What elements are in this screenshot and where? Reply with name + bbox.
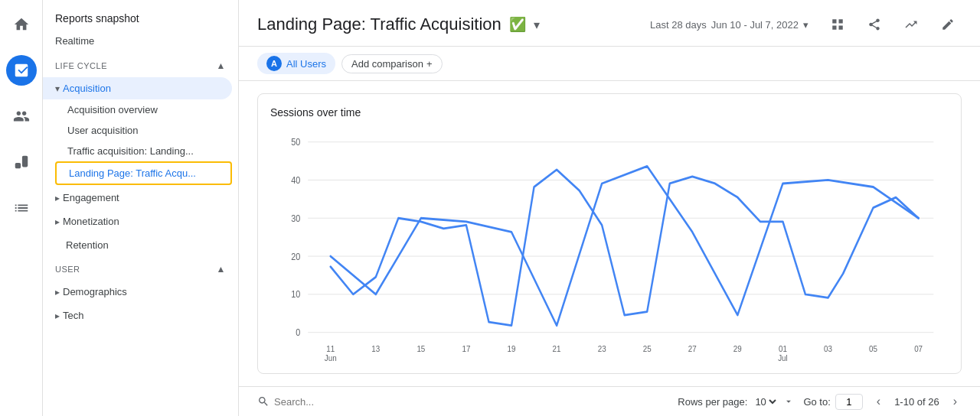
svg-text:0: 0: [296, 327, 300, 338]
engagement-header[interactable]: ▸ Engagement: [43, 187, 238, 209]
acquisition-overview-item[interactable]: Acquisition overview: [55, 99, 232, 120]
rows-per-page-label: Rows per page:: [678, 396, 747, 408]
main-header: Landing Page: Traffic Acquisition ✅ ▾ La…: [239, 0, 980, 47]
monetization-chevron: ▸: [55, 216, 60, 227]
svg-text:50: 50: [291, 136, 301, 147]
lifecycle-chevron: ▲: [217, 60, 226, 71]
bottom-bar: Rows per page: 10 25 50 Go to: ‹ 1-10 of…: [239, 386, 980, 416]
all-users-chip[interactable]: A All Users: [257, 53, 335, 74]
acquisition-chevron: ▾: [55, 83, 60, 94]
realtime-label: Realtime: [55, 35, 94, 47]
svg-text:21: 21: [553, 343, 561, 353]
search-icon: [257, 395, 270, 408]
sessions-line-detail: [331, 170, 919, 326]
customize-btn[interactable]: [824, 11, 851, 38]
status-check-icon: ✅: [509, 16, 526, 33]
acquisition-children: Acquisition overview User acquisition Tr…: [43, 99, 238, 185]
demographics-group: ▸ Demographics: [43, 281, 238, 303]
landing-page-traffic-item[interactable]: Landing Page: Traffic Acqu...: [55, 161, 232, 185]
edit-btn[interactable]: [934, 11, 962, 38]
date-label: Last 28 days: [650, 19, 707, 31]
sessions-line: [331, 166, 919, 325]
svg-text:Jun: Jun: [325, 353, 337, 362]
svg-text:15: 15: [416, 343, 425, 353]
retention-label: Retention: [55, 239, 109, 251]
goto-input[interactable]: [835, 394, 863, 410]
add-comparison-label: Add comparison: [351, 58, 423, 70]
retention-group: Retention: [43, 234, 238, 256]
tech-header[interactable]: ▸ Tech: [43, 304, 238, 327]
chart-title: Sessions over time: [270, 106, 949, 119]
monetization-group: ▸ Monetization: [43, 210, 238, 232]
insights-icon[interactable]: [6, 147, 37, 177]
svg-text:29: 29: [733, 343, 742, 353]
left-nav: Reports snapshot Realtime Life cycle ▲ ▾…: [43, 0, 239, 416]
svg-text:01: 01: [779, 343, 787, 353]
demographics-header[interactable]: ▸ Demographics: [43, 281, 238, 303]
rows-dropdown-icon: [783, 396, 794, 407]
next-page-btn[interactable]: ›: [949, 393, 962, 410]
add-comparison-plus-icon: +: [426, 58, 433, 70]
tech-group: ▸ Tech: [43, 304, 238, 327]
engagement-group: ▸ Engagement: [43, 187, 238, 209]
home-icon[interactable]: [6, 9, 37, 40]
svg-text:05: 05: [869, 343, 877, 353]
engagement-chevron: ▸: [55, 193, 60, 203]
svg-text:07: 07: [914, 343, 923, 353]
retention-header[interactable]: Retention: [43, 234, 238, 256]
monetization-label: Monetization: [63, 216, 119, 227]
demographics-label: Demographics: [63, 286, 127, 297]
goto-label: Go to:: [803, 396, 830, 408]
prev-page-btn[interactable]: ‹: [872, 393, 885, 410]
all-users-label: All Users: [286, 58, 326, 70]
search-input[interactable]: [274, 396, 412, 408]
tech-label: Tech: [63, 310, 83, 321]
analytics-icon[interactable]: [6, 55, 37, 86]
svg-text:30: 30: [291, 213, 301, 223]
rows-per-page: Rows per page: 10 25 50: [678, 395, 794, 408]
main-content: Landing Page: Traffic Acquisition ✅ ▾ La…: [239, 0, 980, 416]
acquisition-header[interactable]: ▾ Acquisition: [43, 77, 232, 99]
filter-bar: A All Users Add comparison +: [239, 47, 980, 81]
svg-text:13: 13: [371, 343, 380, 353]
goto-section: Go to:: [803, 394, 862, 410]
svg-text:10: 10: [291, 289, 301, 300]
svg-text:25: 25: [643, 343, 652, 353]
reports-icon[interactable]: [6, 193, 37, 223]
pagination-info: 1-10 of 26: [894, 396, 939, 408]
reports-snapshot-label[interactable]: Reports snapshot: [43, 0, 238, 31]
icon-sidebar: [0, 0, 43, 416]
realtime-nav-item[interactable]: Realtime: [43, 31, 238, 51]
insights-btn[interactable]: [897, 11, 925, 38]
svg-text:20: 20: [291, 251, 301, 262]
bottom-right: Rows per page: 10 25 50 Go to: ‹ 1-10 of…: [678, 393, 962, 410]
page-title: Landing Page: Traffic Acquisition: [257, 15, 501, 34]
tech-chevron: ▸: [55, 310, 60, 321]
lifecycle-section: Life cycle ▲: [43, 54, 238, 77]
chart-container: Sessions over time 0 10 20 30 40 50: [257, 93, 962, 374]
engagement-label: Engagement: [63, 192, 119, 203]
chart-svg-wrap: 0 10 20 30 40 50 11 Jun 13 15 17 19 21 2…: [270, 125, 949, 367]
svg-text:40: 40: [291, 174, 301, 185]
svg-text:03: 03: [824, 343, 832, 353]
rows-per-page-select[interactable]: 10 25 50: [752, 395, 779, 408]
search-box: [257, 395, 412, 408]
add-comparison-btn[interactable]: Add comparison +: [341, 54, 443, 73]
user-acquisition-item[interactable]: User acquisition: [55, 120, 232, 141]
header-right: Last 28 days Jun 10 - Jul 7, 2022 ▾: [644, 11, 962, 38]
user-chevron: ▲: [217, 264, 226, 275]
sessions-chart-svg: 0 10 20 30 40 50 11 Jun 13 15 17 19 21 2…: [270, 125, 949, 367]
date-dropdown-icon: ▾: [803, 19, 808, 31]
svg-text:23: 23: [598, 343, 606, 353]
date-range-selector[interactable]: Last 28 days Jun 10 - Jul 7, 2022 ▾: [644, 16, 815, 34]
traffic-acquisition-item[interactable]: Traffic acquisition: Landing...: [55, 141, 232, 161]
svg-text:19: 19: [508, 343, 516, 353]
share-btn[interactable]: [861, 11, 888, 38]
monetization-header[interactable]: ▸ Monetization: [43, 210, 238, 232]
svg-text:11: 11: [326, 343, 335, 353]
acquisition-group: ▾ Acquisition Acquisition overview User …: [43, 77, 238, 185]
chart-area: Sessions over time 0 10 20 30 40 50: [239, 81, 980, 386]
svg-text:27: 27: [688, 343, 697, 353]
title-dropdown-btn[interactable]: ▾: [534, 18, 540, 32]
audience-icon[interactable]: [6, 101, 37, 132]
